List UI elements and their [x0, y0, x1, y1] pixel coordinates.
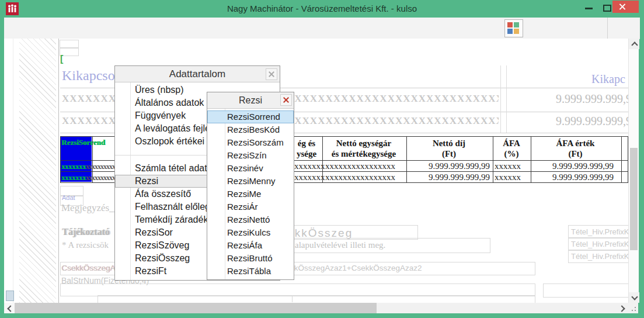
rezsi-field-list: RezsiSorrend RezsiBesKód RezsiSorszám Re… — [207, 109, 294, 279]
cell-vatval[interactable]: 9.999.999.999,99 — [531, 161, 614, 171]
col-header-vat-value[interactable]: ÁFA érték(Ft) — [531, 138, 619, 159]
field-item-rezsitabla[interactable]: RezsiTábla — [207, 265, 294, 278]
cell-unit[interactable]: xxxxxxxxxxxxxxxx — [325, 172, 395, 182]
csekkosszeg-azaz-right: kkÖsszegAzaz1+CsekkÖsszegAzaz2 — [290, 264, 422, 272]
field-item-rezsimenny[interactable]: RezsiMenny — [207, 175, 294, 188]
col-header-quantity[interactable]: ég ésysége — [290, 138, 323, 159]
close-button[interactable] — [612, 1, 639, 13]
field-item-rezsiar[interactable]: RezsiÁr — [207, 201, 294, 213]
placeholder-amount: 9.999.999.999,99 — [407, 92, 628, 106]
four-squares-icon — [507, 22, 519, 34]
col-header-unit-price[interactable]: Nettó egységárés mértékegysége — [323, 138, 405, 159]
tetel-hiv-box: Tétel_Hiv.PrefixK — [568, 250, 628, 263]
row-key-cell[interactable]: xxxxxxxxxxxxxxxxxxx — [61, 161, 121, 171]
rezsi-title: Rezsi — [239, 95, 262, 105]
bottom-right-box — [543, 284, 628, 298]
field-item-rezsibeskod[interactable]: RezsiBesKód — [207, 123, 294, 136]
field-item-rezsinev[interactable]: Rezsinév — [207, 162, 294, 175]
adattartalom-title-bar: Adattartalom — [115, 66, 280, 82]
chevron-right-icon — [618, 305, 625, 312]
chevron-up-icon — [631, 42, 638, 48]
toolbar — [4, 18, 640, 39]
color-squares-button[interactable] — [504, 19, 523, 37]
vertical-scrollbar[interactable] — [628, 39, 639, 303]
tetel-hiv-box: Tétel_Hiv.PrefixK — [568, 225, 628, 238]
field-item-rezsisorrend[interactable]: RezsiSorrend — [207, 110, 294, 123]
left-rail-line — [13, 39, 13, 303]
chevron-down-icon — [631, 293, 638, 300]
cell-unit[interactable]: xxxxxxxxxxxxxxxx — [325, 161, 395, 171]
adat-label: Adat — [62, 194, 75, 201]
rezsi-note-right: alapulvételével illeti meg. — [295, 240, 385, 250]
chevron-left-icon — [7, 305, 13, 312]
window-title: Nagy Machinátor - Városüzemeltetési Kft.… — [0, 4, 644, 13]
field-item-rezsinetto[interactable]: RezsiNettó — [207, 213, 294, 226]
horizontal-scrollbar[interactable] — [4, 303, 628, 313]
cell-qty[interactable]: xxxxxxx — [294, 161, 325, 171]
horizontal-scroll-thumb[interactable] — [15, 303, 377, 313]
col-header-vat[interactable]: ÁFA(%) — [493, 138, 530, 159]
tajekoztato-label: Tájékoztató — [62, 227, 110, 237]
field-item-rezsibrutto[interactable]: RezsiBruttó — [207, 252, 294, 265]
placeholder-amount: 9.999.999.999,99 — [407, 115, 628, 128]
bottom-thin-divider — [292, 295, 293, 302]
kikapcsolva-left-text: Kikapcso — [62, 68, 115, 84]
field-item-rezsikulcs[interactable]: RezsiKulcs — [207, 226, 294, 239]
rezsi-title-bar: Rezsi — [207, 92, 294, 109]
cell-vat[interactable]: xxxxxx — [495, 172, 521, 182]
cell-net[interactable]: 9.999.999.999,99 — [407, 172, 490, 182]
resize-grip[interactable] — [628, 303, 638, 313]
vertical-scroll-thumb[interactable] — [630, 148, 638, 250]
app-window: Nagy Machinátor - Városüzemeltetési Kft.… — [0, 0, 644, 318]
cell-net[interactable]: 9.999.999.999,99 — [407, 161, 490, 171]
left-rail-cell — [6, 291, 14, 301]
scroll-up-button[interactable] — [629, 39, 639, 49]
minimize-button[interactable] — [582, 0, 597, 14]
col-header-net[interactable]: Nettó díj(Ft) — [407, 138, 491, 159]
toolbar-separator — [607, 18, 608, 39]
row-key-cell[interactable]: xxxxxxxxxxxxxxxxxxx — [61, 172, 121, 182]
rezsi-popup: Rezsi RezsiSorrend RezsiBesKód RezsiSors… — [207, 92, 294, 280]
cell-vatval[interactable]: 9.999.999.999,99 — [531, 172, 614, 182]
field-item-rezsime[interactable]: RezsiMe — [207, 188, 294, 201]
document-canvas[interactable]: [ Kikapcso Kikapc XXXXXXXXXXXXXXXXXXXXXX… — [4, 39, 628, 303]
bottom-box — [60, 284, 535, 296]
field-item-rezsisorszam[interactable]: RezsiSorszám — [207, 136, 294, 149]
green-bracket-mark: [ — [60, 54, 63, 64]
margin-hatch — [19, 39, 56, 303]
scroll-right-button[interactable] — [617, 303, 628, 313]
field-item-rezsiafa[interactable]: RezsiÁfa — [207, 239, 294, 252]
megjegyzes-label: Megjegyzés_ — [61, 202, 114, 214]
field-item-rezsiszin[interactable]: RezsiSzín — [207, 149, 294, 162]
adattartalom-title: Adattartalom — [169, 68, 225, 80]
page-left-border — [58, 39, 59, 303]
cell-qty[interactable]: xxxxxxx — [294, 172, 325, 182]
tetel-hiv-box: Tétel_Hiv.PrefixK — [568, 237, 628, 251]
rezsi-note-left: * A rezsicsök — [62, 240, 109, 250]
kikapcsolva-right-text: Kikapc — [591, 72, 628, 86]
bottom-thin-box — [98, 295, 535, 303]
title-bar: Nagy Machinátor - Városüzemeltetési Kft.… — [0, 0, 644, 18]
scroll-down-button[interactable] — [629, 292, 639, 303]
rezsi-close-icon[interactable] — [280, 94, 292, 106]
adattartalom-close-icon[interactable] — [266, 68, 277, 80]
scroll-left-button[interactable] — [4, 303, 15, 313]
cell-vat[interactable]: xxxxxx — [495, 161, 521, 171]
